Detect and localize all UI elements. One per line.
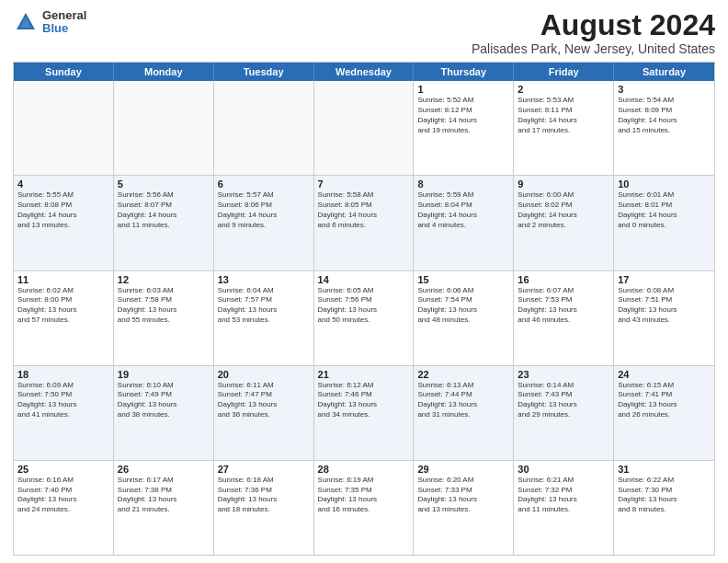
cell-info-line: Sunrise: 5:52 AM (417, 96, 509, 106)
day-number: 24 (618, 369, 711, 380)
calendar-cell: 30Sunrise: 6:21 AMSunset: 7:32 PMDayligh… (514, 461, 614, 555)
cell-info-line: Daylight: 13 hours (518, 495, 609, 505)
weekday-header: Tuesday (214, 63, 314, 81)
cell-info-line: Sunrise: 6:19 AM (318, 476, 410, 486)
cell-info-line: and 24 minutes. (17, 505, 109, 515)
calendar-cell: 26Sunrise: 6:17 AMSunset: 7:38 PMDayligh… (114, 461, 214, 555)
cell-info-line: Sunset: 7:58 PM (118, 295, 210, 305)
cell-info-line: Sunrise: 6:05 AM (318, 286, 410, 296)
day-number: 31 (618, 464, 711, 475)
cell-info-line: Daylight: 14 hours (417, 211, 509, 221)
cell-info-line: Sunset: 8:08 PM (17, 201, 109, 211)
logo: General Blue (13, 9, 86, 36)
calendar-cell: 4Sunrise: 5:55 AMSunset: 8:08 PMDaylight… (14, 176, 114, 270)
day-number: 20 (218, 369, 310, 380)
cell-info-line: Daylight: 13 hours (618, 495, 711, 505)
cell-info-line: and 8 minutes. (618, 505, 711, 515)
day-number: 29 (417, 464, 509, 475)
cell-info-line: Sunrise: 5:55 AM (17, 190, 109, 201)
main-title: August 2024 (472, 9, 715, 41)
weekday-header: Wednesday (314, 63, 415, 81)
cell-info-line: Sunrise: 6:06 AM (417, 286, 509, 296)
cell-info-line: and 2 minutes. (518, 221, 609, 231)
cell-info-line: Sunset: 7:50 PM (17, 390, 109, 400)
header: General Blue August 2024 Palisades Park,… (13, 9, 715, 56)
cell-info-line: Sunrise: 6:12 AM (318, 381, 410, 391)
calendar-cell: 8Sunrise: 5:59 AMSunset: 8:04 PMDaylight… (414, 176, 514, 270)
cell-info-line: Sunset: 8:07 PM (118, 201, 210, 211)
cell-info-line: Sunset: 8:09 PM (618, 106, 711, 116)
cell-info-line: Sunrise: 6:14 AM (518, 381, 609, 391)
cell-info-line: Daylight: 14 hours (518, 116, 609, 126)
cell-info-line: Daylight: 13 hours (118, 495, 210, 505)
cell-info-line: and 15 minutes. (618, 126, 711, 136)
day-number: 5 (118, 178, 210, 190)
calendar-cell (214, 81, 314, 175)
day-number: 30 (518, 464, 609, 475)
cell-info-line: Sunrise: 5:54 AM (618, 96, 711, 106)
cell-info-line: Sunrise: 6:20 AM (417, 476, 509, 486)
calendar-cell (314, 81, 415, 175)
cell-info-line: Sunrise: 5:57 AM (218, 190, 310, 201)
logo-text: General Blue (42, 9, 86, 36)
cell-info-line: and 18 minutes. (218, 505, 310, 515)
cell-info-line: Daylight: 13 hours (17, 400, 109, 410)
cell-info-line: and 17 minutes. (518, 126, 609, 136)
cell-info-line: Sunset: 8:00 PM (17, 295, 109, 305)
cell-info-line: Sunset: 7:43 PM (518, 390, 609, 400)
cell-info-line: Sunset: 8:12 PM (417, 106, 509, 116)
calendar-cell: 9Sunrise: 6:00 AMSunset: 8:02 PMDaylight… (514, 176, 614, 270)
calendar-cell: 31Sunrise: 6:22 AMSunset: 7:30 PMDayligh… (614, 461, 714, 555)
day-number: 15 (417, 274, 509, 285)
cell-info-line: Sunrise: 6:03 AM (118, 286, 210, 296)
calendar-cell: 18Sunrise: 6:09 AMSunset: 7:50 PMDayligh… (14, 366, 114, 460)
day-number: 4 (17, 178, 109, 190)
cell-info-line: Daylight: 14 hours (618, 211, 711, 221)
calendar: SundayMondayTuesdayWednesdayThursdayFrid… (13, 62, 715, 556)
cell-info-line: Sunset: 8:06 PM (218, 201, 310, 211)
cell-info-line: and 46 minutes. (518, 316, 609, 326)
cell-info-line: Sunrise: 6:08 AM (618, 286, 711, 296)
cell-info-line: Sunset: 7:47 PM (218, 390, 310, 400)
cell-info-line: and 41 minutes. (17, 410, 109, 420)
cell-info-line: Sunset: 7:44 PM (417, 390, 509, 400)
day-number: 7 (318, 178, 410, 190)
day-number: 14 (318, 274, 410, 285)
day-number: 25 (17, 464, 109, 475)
cell-info-line: Daylight: 13 hours (618, 305, 711, 316)
cell-info-line: and 55 minutes. (118, 316, 210, 326)
day-number: 26 (118, 464, 210, 475)
calendar-cell: 3Sunrise: 5:54 AMSunset: 8:09 PMDaylight… (614, 81, 714, 175)
calendar-cell: 21Sunrise: 6:12 AMSunset: 7:46 PMDayligh… (314, 366, 415, 460)
cell-info-line: Daylight: 13 hours (218, 495, 310, 505)
cell-info-line: Sunrise: 6:11 AM (218, 381, 310, 391)
calendar-cell: 5Sunrise: 5:56 AMSunset: 8:07 PMDaylight… (114, 176, 214, 270)
day-number: 19 (118, 369, 210, 380)
cell-info-line: Daylight: 14 hours (417, 116, 509, 126)
cell-info-line: Daylight: 13 hours (218, 400, 310, 410)
cell-info-line: Daylight: 13 hours (417, 495, 509, 505)
cell-info-line: Sunset: 8:05 PM (318, 201, 410, 211)
cell-info-line: Sunset: 7:49 PM (118, 390, 210, 400)
calendar-cell: 10Sunrise: 6:01 AMSunset: 8:01 PMDayligh… (614, 176, 714, 270)
cell-info-line: Sunset: 7:57 PM (218, 295, 310, 305)
cell-info-line: Daylight: 13 hours (318, 400, 410, 410)
logo-icon (13, 9, 39, 35)
cell-info-line: Sunrise: 5:59 AM (417, 190, 509, 201)
cell-info-line: Sunset: 7:54 PM (417, 295, 509, 305)
day-number: 17 (618, 274, 711, 285)
calendar-header: SundayMondayTuesdayWednesdayThursdayFrid… (14, 63, 714, 81)
cell-info-line: Sunrise: 6:13 AM (417, 381, 509, 391)
cell-info-line: Sunrise: 6:00 AM (518, 190, 609, 201)
weekday-header: Thursday (414, 63, 514, 81)
calendar-cell: 17Sunrise: 6:08 AMSunset: 7:51 PMDayligh… (614, 271, 714, 365)
calendar-cell: 24Sunrise: 6:15 AMSunset: 7:41 PMDayligh… (614, 366, 714, 460)
cell-info-line: Daylight: 13 hours (318, 495, 410, 505)
cell-info-line: Daylight: 14 hours (318, 211, 410, 221)
cell-info-line: and 11 minutes. (118, 221, 210, 231)
weekday-header: Saturday (614, 63, 714, 81)
page: General Blue August 2024 Palisades Park,… (0, 0, 728, 563)
calendar-cell: 27Sunrise: 6:18 AMSunset: 7:36 PMDayligh… (214, 461, 314, 555)
cell-info-line: Sunset: 8:02 PM (518, 201, 609, 211)
cell-info-line: Daylight: 14 hours (118, 211, 210, 221)
